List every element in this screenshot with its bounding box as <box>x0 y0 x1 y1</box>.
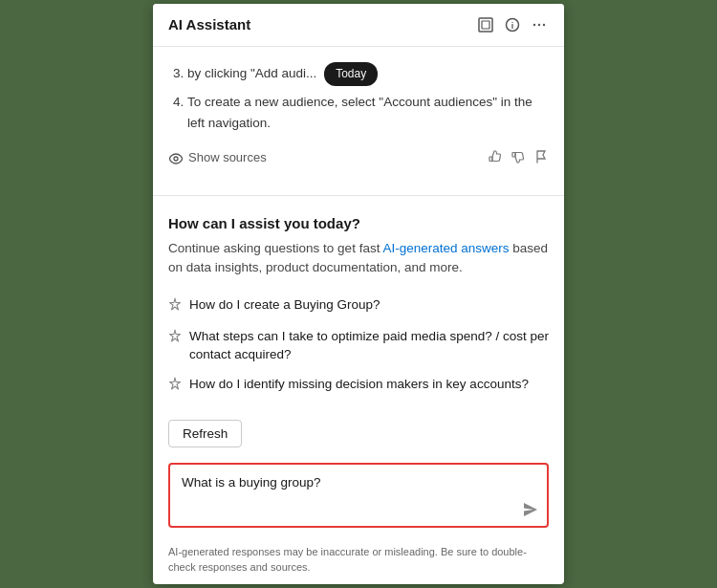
svg-rect-8 <box>489 157 492 162</box>
assist-subtitle: Continue asking questions to get fast AI… <box>168 239 549 278</box>
suggestion-text-2: What steps can I take to optimize paid m… <box>189 328 549 364</box>
input-wrapper <box>168 463 549 532</box>
content-area: by clicking "Add audi... Today To create… <box>153 47 564 584</box>
suggestion-text-1: How do I create a Buying Group? <box>189 296 380 315</box>
message-list-item-3: by clicking "Add audi... Today <box>187 62 549 86</box>
suggestion-text-3: How do I identify missing decision maker… <box>189 376 529 394</box>
refresh-button[interactable]: Refresh <box>168 420 242 447</box>
panel-header: AI Assistant i <box>153 4 564 47</box>
ai-answers-link[interactable]: AI-generated answers <box>382 241 509 255</box>
thumbs-up-button[interactable] <box>488 149 503 167</box>
spark-icon-3 <box>168 377 182 396</box>
eye-icon <box>168 153 184 164</box>
chat-input[interactable] <box>168 463 549 528</box>
svg-rect-1 <box>482 21 489 29</box>
svg-rect-9 <box>512 153 515 158</box>
suggestion-item-2[interactable]: What steps can I take to optimize paid m… <box>168 322 549 370</box>
ai-assistant-panel: AI Assistant i <box>153 4 564 584</box>
svg-point-6 <box>543 24 545 26</box>
disclaimer-text: AI-generated responses may be inaccurate… <box>153 545 564 584</box>
show-sources-button[interactable]: Show sources <box>168 148 267 168</box>
panel-title: AI Assistant <box>168 16 250 33</box>
frame-icon-button[interactable] <box>476 15 495 34</box>
input-section <box>153 463 564 545</box>
assist-title: How can I assist you today? <box>168 215 549 231</box>
today-badge: Today <box>324 62 378 86</box>
assist-section: How can I assist you today? Continue ask… <box>153 204 564 401</box>
svg-point-4 <box>533 24 535 26</box>
message-list-item-4: To create a new audience, select "Accoun… <box>187 92 549 133</box>
spark-icon-2 <box>168 329 182 348</box>
show-sources-row: Show sources <box>168 144 549 172</box>
message-area: by clicking "Add audi... Today To create… <box>153 47 564 187</box>
svg-rect-0 <box>479 18 492 32</box>
suggestion-item-3[interactable]: How do I identify missing decision maker… <box>168 370 549 402</box>
svg-point-5 <box>538 24 540 26</box>
flag-button[interactable] <box>533 149 549 167</box>
spark-icon-1 <box>168 297 182 316</box>
suggestion-list: How do I create a Buying Group? What ste… <box>168 291 549 401</box>
header-icon-group: i <box>476 15 549 34</box>
send-button[interactable] <box>520 499 541 524</box>
section-divider <box>153 195 564 196</box>
feedback-icons <box>488 149 549 167</box>
thumbs-down-button[interactable] <box>511 149 526 167</box>
svg-point-7 <box>174 157 178 161</box>
info-icon-button[interactable]: i <box>503 15 522 34</box>
suggestion-item-1[interactable]: How do I create a Buying Group? <box>168 291 549 322</box>
svg-text:i: i <box>511 21 514 31</box>
more-options-button[interactable] <box>530 15 549 34</box>
